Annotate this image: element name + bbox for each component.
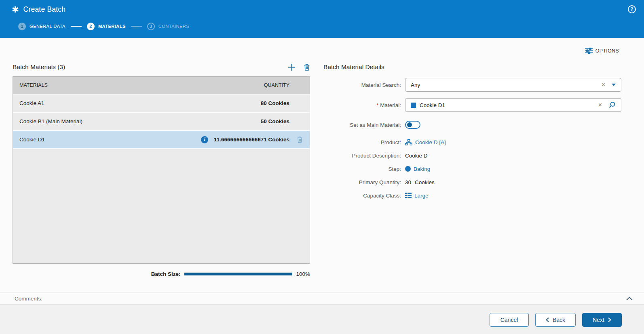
chevron-up-icon[interactable] xyxy=(626,297,633,300)
add-material-icon[interactable] xyxy=(288,63,296,71)
material-label: *Material: xyxy=(323,102,405,108)
step-1-label: GENERAL DATA xyxy=(30,24,65,29)
batch-materials-panel: Batch Materials (3) MATERIALS QUANTITY xyxy=(13,61,310,277)
details-title: Batch Material Details xyxy=(323,63,384,71)
material-search-label: Material Search: xyxy=(323,82,405,88)
info-icon[interactable]: i xyxy=(201,136,208,143)
batch-size-progressbar xyxy=(184,273,292,275)
material-name: Cookie D1 xyxy=(13,137,201,143)
cancel-button[interactable]: Cancel xyxy=(490,313,529,327)
comments-label: Comments: xyxy=(15,296,42,302)
back-button-label: Back xyxy=(553,317,565,323)
wizard-footer: Cancel Back Next xyxy=(0,305,644,334)
material-name: Cookie B1 (Main Material) xyxy=(13,118,261,124)
material-field[interactable]: Cookie D1 × xyxy=(405,98,621,112)
step-2-circle: 2 xyxy=(87,23,95,30)
material-search-combobox[interactable]: Any × xyxy=(405,78,621,92)
batch-size-percent: 100% xyxy=(296,271,310,277)
capacity-class-link[interactable]: Large xyxy=(414,193,429,199)
delete-materials-icon[interactable] xyxy=(304,63,310,71)
capacity-class-icon xyxy=(405,193,412,198)
batch-material-details-panel: Batch Material Details Material Search: … xyxy=(323,61,621,199)
wizard-stepper: 1 GENERAL DATA 2 MATERIALS 3 CONTAINERS xyxy=(0,19,644,34)
product-label: Product: xyxy=(323,139,405,145)
chevron-left-icon xyxy=(546,317,549,322)
set-main-material-label: Set as Main Material: xyxy=(323,122,405,128)
step-1-circle: 1 xyxy=(18,23,26,30)
step-link[interactable]: Baking xyxy=(414,166,430,172)
options-button[interactable]: OPTIONS xyxy=(585,48,619,54)
chevron-down-icon[interactable] xyxy=(612,84,616,86)
toggle-knob xyxy=(407,122,412,127)
product-description-label: Product Description: xyxy=(323,153,405,159)
batch-size-fill xyxy=(184,273,292,275)
column-quantity: QUANTITY xyxy=(264,82,289,88)
step-circle-icon xyxy=(405,166,411,172)
back-button[interactable]: Back xyxy=(535,313,576,327)
step-connector xyxy=(71,26,82,27)
step-general-data[interactable]: 1 GENERAL DATA xyxy=(18,23,65,30)
next-button[interactable]: Next xyxy=(582,313,622,327)
clear-icon[interactable]: × xyxy=(598,102,602,108)
app-header: ✱ Create Batch ? 1 GENERAL DATA 2 MATERI… xyxy=(0,0,644,38)
batch-materials-table: MATERIALS QUANTITY Cookie A1 80 Cookies … xyxy=(13,76,310,264)
page-title: Create Batch xyxy=(23,5,66,14)
app-asterisk-icon: ✱ xyxy=(12,5,19,14)
set-main-material-toggle[interactable] xyxy=(405,121,420,129)
comments-section[interactable]: Comments: xyxy=(0,292,644,305)
material-search-value: Any xyxy=(411,82,602,88)
capacity-class-label: Capacity Class: xyxy=(323,193,405,199)
help-icon[interactable]: ? xyxy=(628,5,636,13)
primary-quantity-uom: Cookies xyxy=(415,179,435,185)
search-icon[interactable] xyxy=(608,101,616,109)
create-batch-window: ✱ Create Batch ? 1 GENERAL DATA 2 MATERI… xyxy=(0,0,644,334)
required-marker: * xyxy=(376,102,378,108)
cancel-button-label: Cancel xyxy=(500,317,518,323)
chevron-right-icon xyxy=(608,317,611,322)
next-button-label: Next xyxy=(593,317,604,323)
primary-quantity-value: 30 xyxy=(405,179,411,185)
batch-materials-title: Batch Materials (3) xyxy=(13,63,65,71)
material-square-icon xyxy=(411,103,416,108)
clear-icon[interactable]: × xyxy=(602,82,605,88)
options-sliders-icon xyxy=(585,48,593,54)
material-value: Cookie D1 xyxy=(420,102,598,108)
step-materials[interactable]: 2 MATERIALS xyxy=(87,23,126,30)
material-name: Cookie A1 xyxy=(13,100,261,106)
primary-quantity-label: Primary Quantity: xyxy=(323,179,405,185)
product-link[interactable]: Cookie D [A] xyxy=(415,139,446,145)
batch-size-row: Batch Size: 100% xyxy=(13,271,310,277)
product-description-value: Cookie D xyxy=(405,153,428,159)
delete-row-icon[interactable] xyxy=(297,136,303,143)
step-containers[interactable]: 3 CONTAINERS xyxy=(147,23,189,30)
table-row[interactable]: Cookie B1 (Main Material) 50 Cookies xyxy=(13,113,310,131)
table-header: MATERIALS QUANTITY xyxy=(13,77,310,95)
column-materials: MATERIALS xyxy=(13,82,264,88)
product-hierarchy-icon xyxy=(405,139,412,145)
step-2-label: MATERIALS xyxy=(98,24,126,29)
material-quantity: 80 Cookies xyxy=(261,100,289,106)
step-3-label: CONTAINERS xyxy=(158,24,189,29)
table-row-selected[interactable]: Cookie D1 i 11.666666666666671 Cookies xyxy=(13,131,310,149)
step-connector xyxy=(131,26,142,27)
step-3-circle: 3 xyxy=(147,23,155,30)
table-row[interactable]: Cookie A1 80 Cookies xyxy=(13,95,310,113)
material-quantity: 50 Cookies xyxy=(261,118,289,124)
material-quantity: 11.666666666666671 Cookies xyxy=(214,137,289,143)
step-label: Step: xyxy=(323,166,405,172)
options-label: OPTIONS xyxy=(595,48,619,54)
batch-size-label: Batch Size: xyxy=(151,271,181,277)
